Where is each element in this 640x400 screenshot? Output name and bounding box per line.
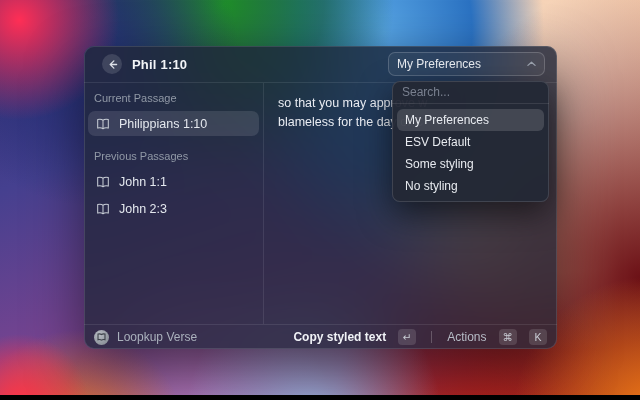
section-label-current-passage: Current Passage (88, 92, 259, 104)
section-label-previous-passages: Previous Passages (88, 150, 259, 162)
dropdown-search-input[interactable] (392, 81, 549, 104)
option-no-styling[interactable]: No styling (397, 175, 544, 197)
style-select[interactable]: My Preferences (388, 52, 545, 76)
footer-divider (431, 331, 432, 343)
style-dropdown-panel: My Preferences ESV Default Some styling … (392, 81, 549, 202)
actions-menu-button[interactable]: Actions (447, 330, 486, 344)
open-book-icon (96, 203, 110, 215)
chevron-up-icon (527, 61, 536, 67)
page-title: Phil 1:10 (132, 57, 187, 72)
sidebar-item-philippians-1-10[interactable]: Philippians 1:10 (88, 111, 259, 136)
status-bar: Loopkup Verse Copy styled text ↵ Actions… (84, 324, 557, 349)
sidebar-item-label: Philippians 1:10 (119, 117, 207, 131)
arrow-left-icon (107, 59, 118, 70)
back-button[interactable] (102, 54, 122, 74)
option-esv-default[interactable]: ESV Default (397, 131, 544, 153)
sidebar-item-john-2-3[interactable]: John 2:3 (88, 196, 259, 221)
option-some-styling[interactable]: Some styling (397, 153, 544, 175)
screen-bottom-letterbox (0, 395, 640, 400)
app-window: Phil 1:10 My Preferences Current Passage… (84, 46, 557, 349)
cmd-key-badge[interactable]: ⌘ (499, 329, 518, 345)
sidebar: Current Passage Philippians 1:10 Previou… (84, 83, 264, 324)
sidebar-item-label: John 1:1 (119, 175, 167, 189)
style-select-value: My Preferences (397, 57, 481, 71)
extension-icon (94, 330, 109, 345)
command-name: Loopkup Verse (117, 330, 197, 344)
open-book-icon (96, 118, 110, 130)
open-book-icon (96, 176, 110, 188)
k-key-badge[interactable]: K (529, 329, 547, 345)
copy-styled-text-action[interactable]: Copy styled text (293, 330, 386, 344)
dropdown-options: My Preferences ESV Default Some styling … (392, 104, 549, 202)
option-my-preferences[interactable]: My Preferences (397, 109, 544, 131)
window-header: Phil 1:10 My Preferences (84, 46, 557, 83)
sidebar-item-label: John 2:3 (119, 202, 167, 216)
return-key-badge[interactable]: ↵ (398, 329, 416, 345)
sidebar-item-john-1-1[interactable]: John 1:1 (88, 169, 259, 194)
